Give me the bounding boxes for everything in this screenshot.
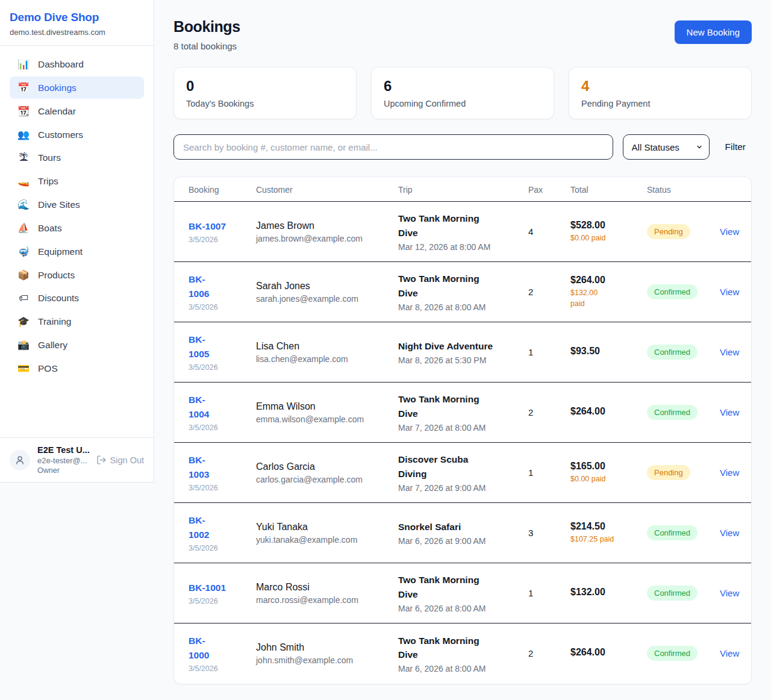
pax-value: 1: [528, 347, 533, 357]
booking-id-link[interactable]: BK-1007: [189, 219, 226, 234]
status-badge: Confirmed: [647, 405, 698, 420]
stat-value: 0: [186, 78, 344, 95]
pax-cell: 2: [514, 623, 556, 684]
table-row: BK- 1006 3/5/2026 Sarah Jones sarah.jone…: [174, 262, 751, 322]
pax-value: 2: [528, 407, 533, 417]
status-badge: Confirmed: [647, 525, 698, 540]
customer-cell: John Smith john.smith@example.com: [242, 623, 384, 684]
action-cell: View: [705, 322, 751, 383]
customer-cell: Lisa Chen lisa.chen@example.com: [242, 322, 384, 383]
sidebar-item[interactable]: 👥 Customers: [10, 123, 144, 146]
customer-cell: James Brown james.brown@example.com: [242, 202, 384, 262]
customer-cell: Marco Rossi marco.rossi@example.com: [242, 563, 384, 623]
sidebar-item-label: Boats: [38, 223, 62, 234]
status-cell: Pending: [632, 443, 705, 503]
col-trip: Trip: [384, 177, 514, 202]
sidebar-item[interactable]: 🌊 Dive Sites: [10, 193, 144, 216]
view-link[interactable]: View: [720, 528, 739, 538]
sign-out-button[interactable]: Sign Out: [96, 455, 144, 465]
view-link[interactable]: View: [720, 407, 739, 417]
action-cell: View: [705, 202, 751, 262]
booking-id-link[interactable]: BK- 1002: [189, 513, 209, 542]
view-link[interactable]: View: [720, 648, 739, 658]
sidebar: Demo Dive Shop demo.test.divestreams.com…: [0, 0, 154, 483]
action-cell: View: [705, 383, 751, 443]
booking-id-link[interactable]: BK- 1000: [189, 634, 209, 663]
sidebar-item[interactable]: 💳 POS: [10, 357, 144, 380]
total-cell: $165.00 $0.00 paid: [556, 443, 632, 503]
booking-id-link[interactable]: BK- 1005: [189, 333, 209, 361]
customer-email: emma.wilson@example.com: [256, 414, 379, 424]
total-cell: $93.50: [556, 322, 632, 383]
booking-cell: BK- 1005 3/5/2026: [174, 322, 242, 383]
search-input[interactable]: [173, 134, 613, 160]
col-customer: Customer: [242, 177, 384, 202]
view-link[interactable]: View: [720, 227, 739, 237]
user-name: E2E Test U...: [37, 445, 89, 455]
stat-card: 4 Pending Payment: [569, 67, 752, 119]
sidebar-item[interactable]: 📊 Dashboard: [10, 53, 144, 75]
status-cell: Confirmed: [632, 322, 705, 383]
pax-value: 2: [528, 648, 533, 658]
sidebar-item[interactable]: 🏷 Discounts: [10, 287, 144, 309]
sidebar-item-label: Products: [38, 270, 75, 281]
sidebar-item[interactable]: 🏝 Tours: [10, 147, 144, 169]
paid-amount: $132.00 paid: [570, 288, 628, 309]
trip-name: Two Tank Morning Dive: [398, 634, 509, 662]
status-badge: Confirmed: [647, 586, 698, 601]
paid-amount: $0.00 paid: [570, 233, 628, 244]
status-cell: Confirmed: [632, 503, 705, 563]
customer-cell: Carlos Garcia carlos.garcia@example.com: [242, 443, 384, 503]
sidebar-item[interactable]: 🎓 Training: [10, 310, 144, 333]
sidebar-item[interactable]: 🚤 Trips: [10, 170, 144, 192]
view-link[interactable]: View: [720, 287, 739, 297]
view-link[interactable]: View: [720, 588, 739, 598]
new-booking-button[interactable]: New Booking: [675, 20, 752, 44]
sidebar-item[interactable]: 🤿 Equipment: [10, 240, 144, 263]
nav-icon: 📊: [17, 58, 30, 70]
trip-cell: Two Tank Morning Dive Mar 6, 2026 at 8:0…: [384, 623, 514, 684]
status-cell: Confirmed: [632, 262, 705, 322]
nav-icon: ⛵: [17, 222, 30, 234]
sidebar-item[interactable]: 📸 Gallery: [10, 334, 144, 356]
sidebar-item-label: POS: [38, 363, 58, 374]
paid-amount: $0.00 paid: [570, 474, 628, 485]
sidebar-item[interactable]: ⛵ Boats: [10, 217, 144, 239]
booking-id-link[interactable]: BK- 1004: [189, 393, 209, 422]
booking-id-link[interactable]: BK-1001: [189, 581, 226, 595]
sidebar-item-label: Gallery: [38, 340, 67, 351]
nav-icon: 📦: [17, 269, 30, 281]
status-badge: Pending: [647, 224, 690, 239]
page-title: Bookings: [173, 18, 240, 36]
sidebar-header: Demo Dive Shop demo.test.divestreams.com: [0, 0, 154, 46]
action-cell: View: [705, 623, 751, 684]
trip-cell: Two Tank Morning Dive Mar 12, 2026 at 8:…: [384, 202, 514, 262]
status-select[interactable]: All Statuses: [623, 134, 710, 160]
paid-amount: $107.25 paid: [570, 534, 628, 545]
booking-date: 3/5/2026: [189, 423, 237, 432]
action-cell: View: [705, 563, 751, 623]
sidebar-item[interactable]: 📅 Bookings: [10, 77, 144, 99]
view-link[interactable]: View: [720, 347, 739, 357]
booking-date: 3/5/2026: [189, 544, 237, 552]
booking-id-link[interactable]: BK- 1006: [189, 272, 209, 301]
total-cell: $264.00 $132.00 paid: [556, 262, 632, 322]
customer-name: John Smith: [256, 642, 379, 653]
customer-name: Sarah Jones: [256, 281, 379, 292]
trip-name: Snorkel Safari: [398, 520, 509, 534]
col-pax: Pax: [514, 177, 556, 202]
status-cell: Confirmed: [632, 383, 705, 443]
trip-name: Two Tank Morning Dive: [398, 392, 509, 420]
sidebar-item-label: Equipment: [38, 246, 83, 257]
filter-button[interactable]: Filter: [725, 142, 746, 152]
table-row: BK- 1003 3/5/2026 Carlos Garcia carlos.g…: [174, 443, 751, 503]
booking-id-link[interactable]: BK- 1003: [189, 453, 209, 482]
booking-cell: BK- 1003 3/5/2026: [174, 443, 242, 503]
nav-icon: 📅: [17, 82, 30, 93]
booking-cell: BK- 1002 3/5/2026: [174, 503, 242, 563]
pax-cell: 3: [514, 503, 556, 563]
view-link[interactable]: View: [720, 467, 739, 478]
sidebar-item[interactable]: 📦 Products: [10, 264, 144, 286]
sidebar-item[interactable]: 📆 Calendar: [10, 100, 144, 122]
table-row: BK-1001 3/5/2026 Marco Rossi marco.rossi…: [174, 563, 751, 623]
